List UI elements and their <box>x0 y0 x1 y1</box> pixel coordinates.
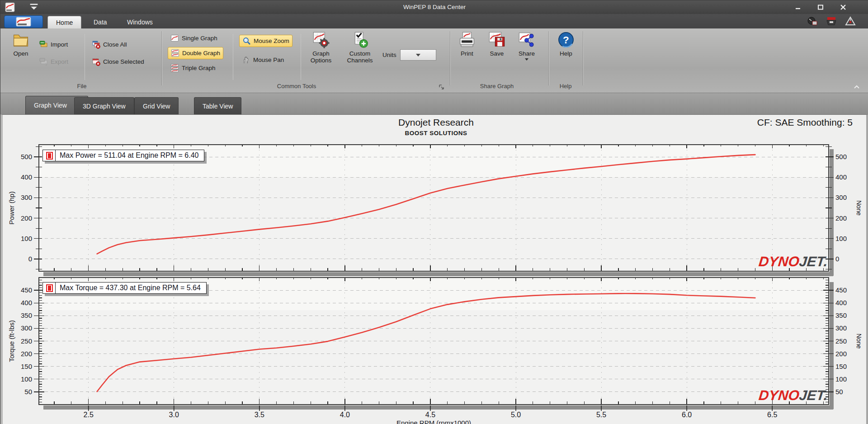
ribbon-tab-row: Home Data Windows <box>0 14 868 28</box>
close-all-icon <box>92 40 100 49</box>
svg-text:?: ? <box>563 34 569 46</box>
svg-text:4.0: 4.0 <box>340 411 350 419</box>
svg-text:300: 300 <box>21 324 32 332</box>
chevron-down-icon <box>416 54 420 57</box>
svg-text:400: 400 <box>835 299 847 306</box>
share-icon <box>518 31 535 48</box>
svg-text:400: 400 <box>835 173 847 181</box>
magnifier-icon <box>242 37 251 45</box>
svg-text:350: 350 <box>21 311 32 319</box>
graph-options-icon <box>312 31 330 48</box>
close-button[interactable] <box>835 2 852 12</box>
svg-text:200: 200 <box>835 350 847 358</box>
csv-export-icon <box>39 57 48 66</box>
svg-text:500: 500 <box>21 153 32 160</box>
svg-text:150: 150 <box>21 363 32 370</box>
ribbon-tab-home[interactable]: Home <box>47 16 81 28</box>
single-graph-button[interactable]: Single Graph <box>168 32 220 44</box>
chart-title: Dynojet Research <box>41 117 831 128</box>
svg-text:100: 100 <box>21 235 32 242</box>
y-axis-title: Torque (ft-lbs) <box>8 320 15 362</box>
export-button[interactable]: Export <box>37 56 71 68</box>
maximize-button[interactable] <box>812 2 829 12</box>
save-icon <box>488 31 505 48</box>
dyno-icon[interactable] <box>826 16 837 26</box>
title-bar: WinPEP 8 Data Center <box>0 0 868 14</box>
window-title: WinPEP 8 Data Center <box>0 4 868 10</box>
winpep-logo-icon <box>16 17 31 27</box>
dynojet-logo: DYNOJET. <box>714 255 828 269</box>
svg-text:250: 250 <box>835 337 847 345</box>
hazard-icon[interactable] <box>845 16 856 26</box>
power-series-swatch <box>43 150 56 161</box>
power-legend: Max Power = 511.04 at Engine RPM = 6.40 <box>42 150 204 161</box>
custom-channels-button[interactable]: Custom Channels <box>342 31 377 64</box>
svg-text:200: 200 <box>21 214 32 222</box>
svg-text:250: 250 <box>21 337 32 345</box>
svg-text:300: 300 <box>21 193 32 201</box>
open-button[interactable]: Open <box>8 31 34 57</box>
svg-text:2.5: 2.5 <box>84 411 94 419</box>
open-folder-icon <box>12 31 29 48</box>
save-button[interactable]: Save <box>483 31 510 57</box>
winpep-window: WinPEP 8 Data Center Home Data Windows <box>0 0 868 424</box>
svg-text:200: 200 <box>21 350 32 358</box>
help-button[interactable]: ? Help <box>553 31 579 57</box>
svg-text:5.0: 5.0 <box>511 411 521 419</box>
svg-text:Engine RPM (rpmx1000): Engine RPM (rpmx1000) <box>396 419 471 424</box>
import-button[interactable]: Import <box>37 38 71 51</box>
share-dropdown-icon[interactable] <box>525 58 528 61</box>
ribbon-tab-windows[interactable]: Windows <box>119 16 161 28</box>
units-label: Units <box>382 52 396 58</box>
file-group-label: File <box>32 83 132 90</box>
close-selected-button[interactable]: Close Selected <box>89 56 147 68</box>
svg-text:400: 400 <box>21 173 32 181</box>
minimize-button[interactable] <box>789 2 807 12</box>
common-tools-group-label: Common Tools <box>245 83 349 90</box>
units-dropdown[interactable] <box>400 49 436 61</box>
custom-channels-icon <box>351 31 368 48</box>
svg-text:6.0: 6.0 <box>682 411 692 419</box>
mouse-pan-button[interactable]: Mouse Pan <box>239 54 287 66</box>
svg-text:0: 0 <box>835 255 839 263</box>
double-graph-button[interactable]: Double Graph <box>168 47 223 59</box>
mouse-zoom-button[interactable]: Mouse Zoom <box>239 35 292 47</box>
tab-3d-graph-view[interactable]: 3D Graph View <box>74 97 134 114</box>
y2-axis-title: None <box>855 200 863 216</box>
collapse-ribbon-icon[interactable] <box>853 84 860 92</box>
svg-text:500: 500 <box>835 153 847 160</box>
print-icon <box>458 31 476 48</box>
torque-series-swatch <box>43 283 56 293</box>
triple-graph-button[interactable]: Triple Graph <box>168 62 218 74</box>
tab-grid-view[interactable]: Grid View <box>134 97 179 114</box>
svg-text:100: 100 <box>835 375 847 383</box>
ribbon-tab-data[interactable]: Data <box>85 16 115 28</box>
svg-text:400: 400 <box>21 299 32 306</box>
question-mark-icon: ? <box>557 31 575 48</box>
graph-view-panel: Dynojet Research BOOST SOLUTIONS CF: SAE… <box>0 114 868 424</box>
print-button[interactable]: Print <box>453 31 481 57</box>
application-menu-button[interactable] <box>4 15 43 28</box>
svg-text:450: 450 <box>21 286 32 294</box>
view-tab-strip: Graph View 3D Graph View Grid View Table… <box>0 93 868 114</box>
svg-text:450: 450 <box>835 286 847 294</box>
single-graph-icon <box>170 34 179 42</box>
y-axis-title: Power (hp) <box>8 191 15 224</box>
svg-text:3.5: 3.5 <box>255 411 264 419</box>
triple-graph-icon <box>170 64 179 72</box>
ribbon: Open Import Export Close All Close Sele <box>0 28 868 93</box>
dynojet-logo: DYNOJET. <box>714 389 828 402</box>
double-graph-icon <box>171 49 179 57</box>
graph-options-button[interactable]: Graph Options <box>306 31 336 64</box>
y2-axis-title: None <box>855 334 863 349</box>
hand-icon <box>242 56 250 64</box>
close-all-button[interactable]: Close All <box>89 38 130 51</box>
share-button[interactable]: Share <box>513 31 540 61</box>
units-control: Units <box>382 49 436 61</box>
common-tools-dialog-launcher[interactable] <box>438 84 445 90</box>
gauge-icon[interactable] <box>807 16 818 26</box>
svg-text:3.0: 3.0 <box>169 411 179 419</box>
tab-table-view[interactable]: Table View <box>194 97 241 114</box>
svg-text:200: 200 <box>835 214 847 222</box>
svg-text:150: 150 <box>835 363 847 370</box>
